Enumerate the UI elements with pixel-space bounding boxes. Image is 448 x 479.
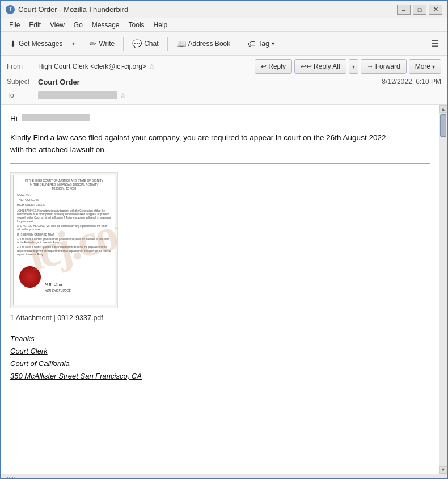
toolbar-separator-3 (167, 37, 168, 51)
menu-view[interactable]: View (45, 20, 69, 30)
body-divider (10, 163, 430, 164)
menu-bar: File Edit View Go Message Tools Help (1, 18, 447, 32)
recipient-redacted (22, 114, 90, 121)
scrollbar: ▲ ▼ (439, 105, 447, 474)
get-messages-icon: ⬇ (10, 39, 16, 48)
email-body-container: Hi Kindly Find a law case filed against … (1, 105, 447, 474)
menu-message[interactable]: Message (87, 20, 124, 30)
sig-address: 350 McAllister Street San Francisco, CA (10, 370, 430, 383)
to-redacted (38, 91, 117, 99)
attachment-preview: IN THE HIGH COURT OF JUSTICE AND STATE O… (10, 172, 118, 308)
menu-tools[interactable]: Tools (124, 20, 149, 30)
reply-icon: ↩ (261, 62, 267, 70)
forward-button[interactable]: → Forward (361, 59, 407, 74)
tag-icon: 🏷 (248, 39, 256, 48)
from-label: From (7, 62, 38, 70)
body-text: Kindly Find a law case filed against you… (10, 132, 430, 156)
sig-thanks: Thanks (10, 333, 430, 345)
doc-header: IN THE HIGH COURT OF JUSTICE AND STATE O… (17, 179, 111, 191)
email-datetime: 8/12/2022, 6:10 PM (382, 78, 441, 86)
menu-help[interactable]: Help (149, 20, 172, 30)
close-button[interactable]: ✕ (429, 5, 442, 15)
doc-signature: N.B. Uma HON CHIEF JUDGE (45, 282, 71, 293)
email-header: From High Court Clerk <clerk@icj-cij.org… (1, 56, 447, 105)
to-row: To ☆ (7, 89, 441, 102)
subject-row: Subject Court Order 8/12/2022, 6:10 PM (7, 75, 441, 89)
scroll-down-button[interactable]: ▼ (439, 466, 447, 474)
attachment-label: 1 Attachment | 0912-9337.pdf (10, 313, 430, 323)
write-icon: ✏ (90, 39, 96, 48)
signature-block: Thanks Court Clerk Court of California 3… (10, 333, 430, 383)
address-book-button[interactable]: 📖 Address Book (171, 35, 236, 53)
write-button[interactable]: ✏ Write (84, 35, 120, 53)
address-book-icon: 📖 (176, 39, 186, 48)
subject-label: Subject (7, 78, 38, 86)
toolbar-separator-4 (239, 37, 239, 51)
app-icon: T (6, 5, 15, 14)
menu-icon[interactable]: ☰ (426, 36, 443, 51)
sig-org: Court of California (10, 358, 430, 370)
email-actions: ↩ Reply ↩↩ Reply All ▾ → Forward More ▾ (255, 59, 441, 74)
doc-seal (19, 266, 41, 288)
to-value: ☆ (38, 91, 126, 100)
toolbar-separator-1 (81, 37, 81, 51)
tag-arrow-icon: ▾ (272, 40, 274, 47)
doc-body-text: CASE NO.: ___________ THE PEOPLE vs. HIG… (17, 193, 111, 257)
toolbar: ⬇ Get Messages ▾ ✏ Write 💬 Chat 📖 Addres… (1, 32, 447, 56)
scroll-track (439, 113, 447, 466)
sig-name: Court Clerk (10, 345, 430, 358)
reply-all-button[interactable]: ↩↩ Reply All (294, 59, 346, 74)
status-bar: ((·)) (1, 474, 447, 479)
menu-edit[interactable]: Edit (24, 20, 45, 30)
reply-button[interactable]: ↩ Reply (255, 59, 292, 74)
window-controls: – □ ✕ (397, 5, 442, 15)
doc-content: IN THE HIGH COURT OF JUSTICE AND STATE O… (13, 175, 115, 305)
window-title: Court Order - Mozilla Thunderbird (18, 5, 397, 14)
from-row: From High Court Clerk <clerk@icj-cij.org… (7, 58, 441, 75)
maximize-button[interactable]: □ (413, 5, 426, 15)
greeting-line: Hi (10, 113, 430, 124)
wifi-icon: ((·)) (6, 476, 16, 480)
get-messages-button[interactable]: ⬇ Get Messages (5, 35, 67, 53)
minimize-button[interactable]: – (397, 5, 411, 15)
forward-icon: → (367, 62, 374, 70)
tag-button[interactable]: 🏷 Tag ▾ (243, 35, 279, 53)
more-button[interactable]: More ▾ (409, 59, 441, 74)
toolbar-separator-2 (123, 37, 124, 51)
scroll-up-button[interactable]: ▲ (439, 105, 447, 113)
reply-all-icon: ↩↩ (301, 62, 312, 70)
from-star-icon[interactable]: ☆ (149, 62, 155, 71)
menu-go[interactable]: Go (69, 20, 87, 30)
get-messages-dropdown[interactable]: ▾ (70, 35, 77, 53)
subject-value: Court Order (38, 78, 80, 86)
to-star-icon[interactable]: ☆ (120, 91, 126, 100)
more-arrow-icon: ▾ (432, 64, 435, 70)
scroll-thumb[interactable] (440, 114, 446, 137)
title-bar: T Court Order - Mozilla Thunderbird – □ … (1, 1, 447, 18)
reply-all-dropdown[interactable]: ▾ (349, 59, 358, 74)
to-label: To (7, 91, 38, 99)
menu-file[interactable]: File (5, 20, 24, 30)
chat-icon: 💬 (132, 39, 142, 48)
from-value: High Court Clerk <clerk@icj-cij.org> ☆ (38, 62, 155, 71)
email-body: Hi Kindly Find a law case filed against … (1, 105, 439, 474)
chat-button[interactable]: 💬 Chat (127, 35, 163, 53)
